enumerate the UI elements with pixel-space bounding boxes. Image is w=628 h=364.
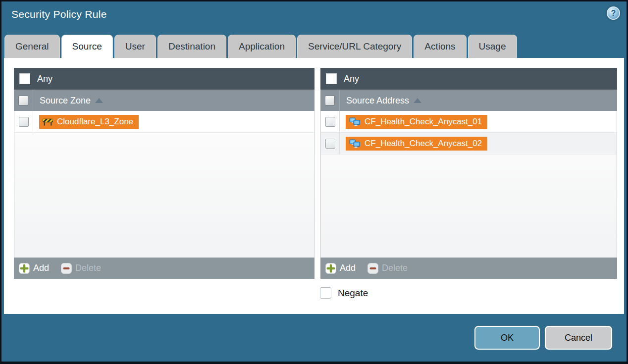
source-address-row-checkbox-2[interactable] xyxy=(325,139,335,149)
source-zone-list: Cloudflare_L3_Zone xyxy=(14,111,314,258)
delete-button[interactable]: Delete xyxy=(61,263,101,274)
add-button-label: Add xyxy=(340,263,356,273)
row-checkbox-cell xyxy=(14,111,33,132)
source-zone-any-checkbox[interactable] xyxy=(19,73,30,84)
source-zone-any-row: Any xyxy=(14,68,314,90)
source-zone-select-all-cell xyxy=(14,90,33,111)
minus-icon xyxy=(367,263,378,274)
sort-ascending-icon[interactable] xyxy=(414,98,421,103)
security-policy-rule-dialog: Security Policy Rule ? General Source Us… xyxy=(0,0,628,364)
tab-usage[interactable]: Usage xyxy=(468,35,517,58)
minus-icon xyxy=(61,263,72,274)
source-tab-content: Any Source Zone xyxy=(4,58,624,315)
table-row: CF_Health_Check_Anycast_02 xyxy=(321,133,617,155)
source-zone-item-label: Cloudflare_L3_Zone xyxy=(57,117,133,127)
tab-bar: General Source User Destination Applicat… xyxy=(4,35,517,58)
table-row: CF_Health_Check_Anycast_01 xyxy=(321,111,617,133)
zone-icon xyxy=(43,118,53,126)
tab-general[interactable]: General xyxy=(4,35,60,58)
tab-source[interactable]: Source xyxy=(61,35,113,58)
address-icon xyxy=(349,139,361,148)
tab-application[interactable]: Application xyxy=(228,35,296,58)
source-address-item-1[interactable]: CF_Health_Check_Anycast_01 xyxy=(346,115,487,129)
help-glyph: ? xyxy=(611,9,616,18)
delete-button[interactable]: Delete xyxy=(367,263,408,274)
row-checkbox-cell xyxy=(321,111,340,132)
plus-icon xyxy=(19,263,30,274)
source-zone-row-checkbox[interactable] xyxy=(19,117,29,127)
plus-icon xyxy=(325,263,336,274)
source-zone-column-label[interactable]: Source Zone xyxy=(40,96,91,106)
help-icon[interactable]: ? xyxy=(607,6,620,20)
source-address-row-checkbox-1[interactable] xyxy=(325,117,335,127)
tab-actions[interactable]: Actions xyxy=(414,35,466,58)
negate-checkbox[interactable] xyxy=(320,287,331,299)
delete-button-label: Delete xyxy=(75,263,101,273)
table-row: Cloudflare_L3_Zone xyxy=(14,111,314,133)
source-zone-item[interactable]: Cloudflare_L3_Zone xyxy=(39,115,139,129)
source-address-item-label: CF_Health_Check_Anycast_02 xyxy=(365,139,482,149)
tab-service-url-category[interactable]: Service/URL Category xyxy=(297,35,412,58)
source-address-select-all-checkbox[interactable] xyxy=(325,96,335,105)
dialog-title: Security Policy Rule xyxy=(11,8,107,20)
row-checkbox-cell xyxy=(321,133,340,154)
delete-button-label: Delete xyxy=(382,263,408,273)
source-address-panel: Any Source Address xyxy=(320,68,617,279)
ok-button[interactable]: OK xyxy=(474,326,540,350)
source-zone-column-header: Source Zone xyxy=(14,90,314,111)
source-address-column-header: Source Address xyxy=(320,90,617,111)
add-button[interactable]: Add xyxy=(325,263,356,274)
negate-row: Negate xyxy=(320,287,368,299)
tab-destination[interactable]: Destination xyxy=(157,35,226,58)
sort-ascending-icon[interactable] xyxy=(95,98,103,103)
source-address-any-label: Any xyxy=(344,74,359,84)
tab-user[interactable]: User xyxy=(114,35,156,58)
source-address-item-label: CF_Health_Check_Anycast_01 xyxy=(365,117,482,127)
source-address-toolbar: Add Delete xyxy=(320,258,617,279)
source-address-list: CF_Health_Check_Anycast_01 xyxy=(320,111,617,258)
source-zone-select-all-checkbox[interactable] xyxy=(18,96,28,105)
add-button[interactable]: Add xyxy=(19,263,49,274)
address-icon xyxy=(349,117,361,126)
negate-label: Negate xyxy=(338,288,368,299)
source-address-select-all-cell xyxy=(320,90,340,111)
cancel-button[interactable]: Cancel xyxy=(545,326,612,350)
source-zone-panel: Any Source Zone xyxy=(14,68,314,279)
source-zone-any-label: Any xyxy=(37,74,52,84)
add-button-label: Add xyxy=(33,263,49,273)
dialog-footer: OK Cancel xyxy=(1,314,627,362)
source-address-item-2[interactable]: CF_Health_Check_Anycast_02 xyxy=(346,137,487,151)
source-address-any-row: Any xyxy=(320,68,617,90)
source-zone-toolbar: Add Delete xyxy=(14,258,314,279)
source-address-any-checkbox[interactable] xyxy=(326,73,337,84)
title-bar: Security Policy Rule ? General Source Us… xyxy=(1,1,627,58)
source-address-column-label[interactable]: Source Address xyxy=(346,96,409,106)
